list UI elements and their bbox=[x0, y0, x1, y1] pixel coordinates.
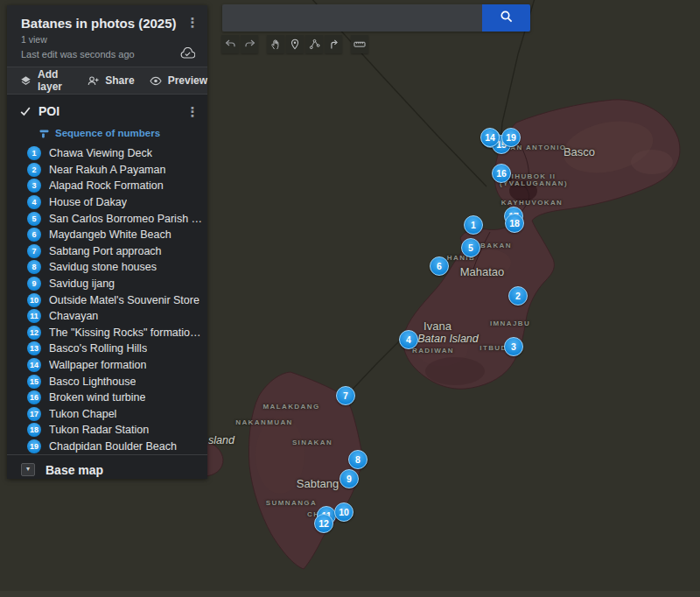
poi-number-badge: 7 bbox=[27, 244, 41, 258]
poi-label: Chadpidan Boulder Beach bbox=[49, 440, 177, 453]
map-marker-2[interactable]: 2 bbox=[508, 286, 528, 306]
action-bar: Add layer Share Preview bbox=[7, 67, 207, 95]
map-menu-button[interactable]: ⋮ bbox=[185, 16, 200, 29]
chevron-down-icon[interactable]: ▾ bbox=[21, 463, 35, 476]
eye-icon bbox=[149, 74, 163, 88]
map-marker-5[interactable]: 5 bbox=[461, 238, 480, 257]
layer-menu-button[interactable]: ⋮ bbox=[185, 105, 200, 118]
add-layer-button[interactable]: Add layer bbox=[19, 68, 73, 93]
poi-list-item[interactable]: 5San Carlos Borromeo Parish … bbox=[7, 210, 207, 227]
poi-number-badge: 12 bbox=[27, 326, 41, 340]
layer-checkbox[interactable] bbox=[19, 105, 32, 117]
style-rule-button[interactable]: Sequence of numbers bbox=[7, 124, 207, 142]
poi-list-item[interactable]: 19Chadpidan Boulder Beach bbox=[7, 439, 207, 455]
share-label: Share bbox=[105, 74, 134, 87]
poi-list-item[interactable]: 7Sabtang Port approach bbox=[7, 243, 207, 260]
poi-number-badge: 15 bbox=[27, 375, 41, 389]
map-label: ITBUD bbox=[480, 344, 507, 352]
poi-list-item[interactable]: 6Maydangeb White Beach bbox=[7, 227, 207, 243]
poi-label: House of Dakay bbox=[49, 196, 127, 208]
preview-button[interactable]: Preview bbox=[149, 74, 207, 88]
map-marker-9[interactable]: 9 bbox=[340, 469, 359, 488]
poi-label: The "Kissing Rocks" formatio… bbox=[49, 327, 201, 339]
basemap-label: Base map bbox=[46, 463, 103, 477]
poi-list-item[interactable]: 18Tukon Radar Station bbox=[7, 422, 207, 439]
poi-label: Chawa Viewing Deck bbox=[49, 147, 152, 159]
poi-list-item[interactable]: 1Chawa Viewing Deck bbox=[7, 145, 207, 162]
poi-list-item[interactable]: 13Basco's Rolling Hills bbox=[7, 341, 207, 357]
poi-list-item[interactable]: 11Chavayan bbox=[7, 308, 207, 325]
poi-number-badge: 19 bbox=[27, 439, 41, 453]
map-marker-19[interactable]: 19 bbox=[501, 128, 521, 147]
map-marker-14[interactable]: 14 bbox=[480, 128, 500, 147]
view-count: 1 view bbox=[21, 34, 200, 45]
poi-number-badge: 5 bbox=[27, 212, 41, 226]
map-toolbar bbox=[221, 35, 368, 53]
poi-list-item[interactable]: 10Outside Matel's Souvenir Store bbox=[7, 291, 207, 308]
poi-label: Sabtang Port approach bbox=[49, 245, 162, 257]
measure-button[interactable] bbox=[351, 35, 368, 53]
poi-list-item[interactable]: 17Tukon Chapel bbox=[7, 406, 207, 423]
poi-number-badge: 8 bbox=[27, 260, 41, 274]
map-marker-12[interactable]: 12 bbox=[314, 514, 333, 533]
left-panel: Batanes in photos (2025) ⋮ 1 view Last e… bbox=[7, 5, 207, 479]
sequence-style-icon bbox=[38, 128, 50, 139]
directions-button[interactable] bbox=[325, 35, 342, 53]
search-bar bbox=[222, 4, 530, 32]
poi-label: Savidug stone houses bbox=[49, 261, 157, 273]
map-marker-1[interactable]: 1 bbox=[464, 215, 483, 235]
map-marker-8[interactable]: 8 bbox=[348, 450, 368, 469]
map-marker-10[interactable]: 10 bbox=[334, 502, 354, 522]
map-label: NAKANMUAN bbox=[235, 418, 292, 426]
basemap-row[interactable]: ▾ Base map bbox=[7, 454, 207, 484]
poi-list-item[interactable]: 8Savidug stone houses bbox=[7, 259, 207, 276]
map-label: KAYHUVOKAN bbox=[501, 199, 564, 207]
map-marker-16[interactable]: 16 bbox=[492, 164, 511, 183]
poi-number-badge: 17 bbox=[27, 407, 41, 421]
poi-label: Near Rakuh A Payaman bbox=[49, 164, 165, 176]
layer-header: POI ⋮ bbox=[7, 95, 207, 124]
poi-number-badge: 2 bbox=[27, 163, 41, 177]
poi-list-item[interactable]: 12The "Kissing Rocks" formatio… bbox=[7, 325, 207, 341]
map-label: RADIWAN bbox=[412, 347, 454, 355]
poi-list-item[interactable]: 2Near Rakuh A Payaman bbox=[7, 162, 207, 179]
map-label: SUMNANGA bbox=[266, 499, 317, 507]
style-rule-label: Sequence of numbers bbox=[55, 128, 160, 138]
map-marker-6[interactable]: 6 bbox=[430, 256, 449, 276]
poi-number-badge: 18 bbox=[27, 423, 41, 437]
map-marker-3[interactable]: 3 bbox=[504, 337, 523, 356]
map-label: Batan Island bbox=[417, 333, 479, 345]
redo-button[interactable] bbox=[241, 35, 258, 53]
poi-list-item[interactable]: 4House of Dakay bbox=[7, 194, 207, 211]
poi-list-item[interactable]: 3Alapad Rock Formation bbox=[7, 178, 207, 194]
add-marker-button[interactable] bbox=[286, 35, 304, 53]
poi-number-badge: 13 bbox=[27, 341, 41, 355]
undo-button[interactable] bbox=[221, 35, 239, 53]
share-button[interactable]: Share bbox=[87, 74, 134, 88]
map-label: MALAKDANG bbox=[262, 403, 319, 411]
pan-button[interactable] bbox=[267, 35, 284, 53]
poi-number-badge: 16 bbox=[27, 390, 41, 404]
map-label: Basco bbox=[564, 145, 595, 158]
last-edit-text: Last edit was seconds ago bbox=[21, 49, 180, 60]
map-marker-18[interactable]: 18 bbox=[505, 214, 524, 233]
poi-number-badge: 11 bbox=[27, 309, 41, 323]
search-button[interactable] bbox=[482, 4, 530, 32]
poi-list-item[interactable]: 15Basco Lighthouse bbox=[7, 373, 207, 390]
poi-label: Maydangeb White Beach bbox=[49, 228, 172, 241]
draw-line-button[interactable] bbox=[305, 35, 323, 53]
map-label: sland bbox=[208, 434, 234, 446]
map-marker-4[interactable]: 4 bbox=[399, 330, 418, 349]
map-label: Mahatao bbox=[460, 265, 505, 278]
poi-label: Chavayan bbox=[49, 310, 98, 322]
poi-label: Tukon Chapel bbox=[49, 408, 116, 420]
poi-list-item[interactable]: 9Savidug ijang bbox=[7, 276, 207, 292]
poi-list-item[interactable]: 14Wallpaper formation bbox=[7, 357, 207, 374]
map-marker-7[interactable]: 7 bbox=[336, 386, 355, 405]
search-input[interactable] bbox=[222, 4, 482, 32]
poi-label: Tukon Radar Station bbox=[49, 424, 149, 436]
poi-list-item[interactable]: 16Broken wind turbine bbox=[7, 390, 207, 406]
poi-number-badge: 9 bbox=[27, 277, 41, 291]
layer-name[interactable]: POI bbox=[38, 104, 185, 118]
map-label: Sabtang bbox=[297, 477, 339, 490]
